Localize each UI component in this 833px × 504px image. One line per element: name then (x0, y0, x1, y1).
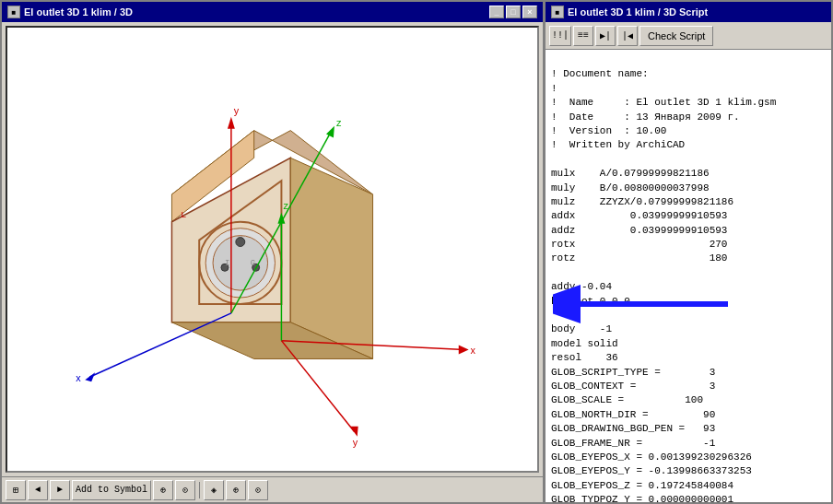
svg-point-10 (236, 238, 245, 247)
left-window-title: El outlet 3D 1 klim / 3D (24, 6, 133, 18)
svg-text:z: z (336, 117, 342, 128)
toolbar-plus-btn[interactable]: ⊕ (153, 480, 173, 500)
window-icon: ■ (7, 6, 20, 18)
toolbar-plus2-btn[interactable]: ⊕ (226, 480, 246, 500)
script-toolbar-btn1[interactable]: !!| (549, 26, 571, 46)
svg-text:L: L (181, 209, 186, 219)
maximize-button[interactable]: □ (506, 6, 521, 18)
left-panel: ■ El outlet 3D 1 klim / 3D _ □ × (0, 0, 544, 504)
svg-text:y: y (234, 105, 240, 116)
minimize-button[interactable]: _ (489, 6, 504, 18)
script-toolbar-btn2[interactable]: ≡≡ (573, 26, 593, 46)
3d-viewport: L I G y z x x y (6, 26, 539, 473)
svg-text:x: x (471, 345, 476, 356)
script-toolbar-btn3[interactable]: ▶| (595, 26, 616, 46)
svg-text:x: x (76, 372, 81, 383)
svg-text:y: y (353, 437, 358, 448)
script-toolbar-btn4[interactable]: |◀ (617, 26, 638, 46)
script-content-area[interactable]: ! Document name: ! ! Name : El outlet 3D… (546, 50, 831, 502)
svg-text:G: G (251, 259, 255, 268)
check-script-button[interactable]: Check Script (639, 26, 713, 46)
close-button[interactable]: × (522, 6, 537, 18)
toolbar-separator (199, 482, 200, 498)
toolbar-prev-btn[interactable]: ◄ (28, 480, 48, 500)
left-titlebar: ■ El outlet 3D 1 klim / 3D _ □ × (2, 2, 543, 22)
bottom-toolbar: ⊞ ◄ ► Add to Symbol ⊕ ⊙ ◈ ⊕ ⊙ (2, 476, 543, 502)
right-window-icon: ■ (551, 6, 564, 18)
toolbar-circle2-btn[interactable]: ⊙ (248, 480, 268, 500)
toolbar-grid-btn[interactable]: ⊞ (6, 480, 26, 500)
right-titlebar: ■ El outlet 3D 1 klim / 3D Script (546, 2, 831, 22)
right-window-title: El outlet 3D 1 klim / 3D Script (568, 6, 708, 18)
right-toolbar: !!| ≡≡ ▶| |◀ Check Script (546, 22, 831, 50)
add-to-symbol-btn[interactable]: Add to Symbol (72, 480, 151, 500)
right-panel: ■ El outlet 3D 1 klim / 3D Script !!| ≡≡… (544, 0, 833, 504)
titlebar-controls: _ □ × (489, 6, 537, 18)
svg-text:I: I (225, 259, 229, 268)
script-line-1: ! Document name: ! ! Name : El outlet 3D… (551, 68, 776, 502)
toolbar-next-btn[interactable]: ► (50, 480, 70, 500)
titlebar-left: ■ El outlet 3D 1 klim / 3D (7, 6, 133, 18)
3d-scene-svg: L I G y z x x y (7, 28, 537, 471)
toolbar-diamond-btn[interactable]: ◈ (204, 480, 224, 500)
svg-text:z: z (283, 200, 288, 211)
toolbar-circle-btn[interactable]: ⊙ (175, 480, 195, 500)
